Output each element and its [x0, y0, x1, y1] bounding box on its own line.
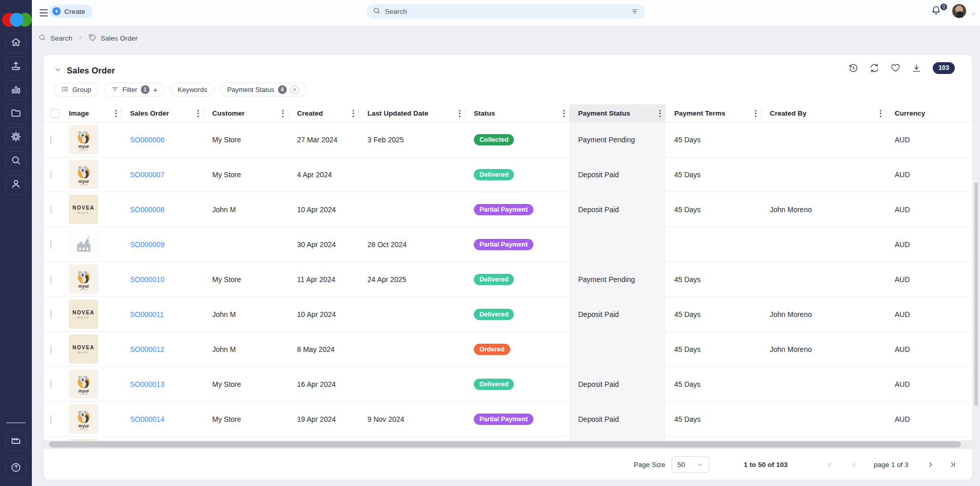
- row-checkbox[interactable]: [50, 275, 51, 284]
- sidebar-item-search[interactable]: [5, 151, 27, 172]
- table-row[interactable]: NOVEAWEAR: [44, 437, 972, 440]
- payment-terms-cell: 45 Days: [665, 380, 761, 388]
- column-header-sales-order[interactable]: Sales Order: [130, 109, 169, 117]
- customer-cell: John M: [204, 345, 288, 353]
- sales-order-link[interactable]: SO000010: [121, 275, 204, 284]
- previous-page-button[interactable]: [847, 458, 861, 471]
- group-chip[interactable]: Group: [54, 83, 98, 97]
- user-menu-chevron-icon[interactable]: [970, 10, 977, 19]
- favorite-button[interactable]: [889, 61, 902, 74]
- table-row[interactable]: NOVEAWEAR SO000011 John M 10 Apr 2024 De…: [44, 297, 972, 332]
- column-header-currency[interactable]: Currency: [895, 109, 925, 117]
- menu-toggle-icon[interactable]: [38, 7, 49, 18]
- row-checkbox[interactable]: [50, 345, 51, 353]
- table-row[interactable]: myur EST · 2023 SO000014 My Store 19 Apr…: [44, 402, 972, 437]
- filter-chip[interactable]: Filter 1 +: [104, 83, 165, 97]
- sales-order-link[interactable]: SO000007: [121, 171, 204, 179]
- select-all-checkbox[interactable]: [50, 109, 60, 118]
- sales-order-link[interactable]: SO000013: [121, 380, 204, 388]
- status-badge: Delivered: [474, 379, 514, 390]
- table-row[interactable]: SO000009 30 Apr 2024 28 Oct 2024 Partial…: [44, 227, 972, 262]
- payment-status-filter-chip[interactable]: Payment Status 4 ✕: [220, 83, 306, 97]
- horizontal-scrollbar-thumb[interactable]: [49, 441, 961, 447]
- column-menu-icon[interactable]: [113, 108, 121, 119]
- horizontal-scrollbar[interactable]: [44, 440, 972, 448]
- app-logo[interactable]: [0, 3, 32, 30]
- column-header-last-updated[interactable]: Last Updated Date: [367, 109, 429, 117]
- column-menu-icon[interactable]: [195, 108, 204, 119]
- column-header-customer[interactable]: Customer: [212, 109, 245, 117]
- column-menu-icon[interactable]: [878, 108, 886, 119]
- collapse-chevron-icon[interactable]: [54, 66, 62, 76]
- global-search-bar[interactable]: [366, 4, 645, 19]
- page-size-select[interactable]: 50: [672, 456, 709, 473]
- sidebar-item-manufacturing[interactable]: [5, 431, 27, 451]
- column-header-created[interactable]: Created: [297, 109, 323, 117]
- add-filter-icon[interactable]: +: [153, 86, 158, 94]
- row-checkbox[interactable]: [50, 415, 51, 423]
- table-row[interactable]: myur EST · 2023 SO000007 My Store 4 Apr …: [44, 157, 972, 192]
- table-row[interactable]: myur EST · 2023 SO000010 My Store 11 Apr…: [44, 262, 972, 297]
- column-header-image[interactable]: Image: [69, 109, 89, 117]
- history-icon: [848, 63, 859, 73]
- row-range-text: 1 to 50 of 103: [732, 461, 799, 469]
- sales-order-link[interactable]: SO000009: [121, 240, 204, 249]
- column-header-status[interactable]: Status: [474, 109, 495, 117]
- download-button[interactable]: [910, 61, 923, 74]
- sales-order-link[interactable]: SO000008: [121, 205, 204, 214]
- row-checkbox[interactable]: [50, 171, 51, 179]
- sales-order-link[interactable]: SO000006: [121, 136, 204, 144]
- column-header-payment-terms[interactable]: Payment Terms: [674, 109, 726, 117]
- folder-icon: [10, 107, 22, 121]
- notifications-button[interactable]: 0: [930, 5, 947, 21]
- refresh-button[interactable]: [867, 61, 881, 74]
- column-menu-icon[interactable]: [657, 108, 665, 119]
- column-menu-icon[interactable]: [280, 108, 288, 119]
- sales-order-link[interactable]: SO000014: [121, 415, 204, 423]
- breadcrumb-search[interactable]: Search: [38, 33, 72, 43]
- last-page-button[interactable]: [946, 458, 959, 471]
- payment-status-chip-label: Payment Status: [227, 86, 274, 94]
- column-menu-icon[interactable]: [561, 108, 569, 119]
- row-checkbox[interactable]: [50, 240, 51, 249]
- column-menu-icon[interactable]: [753, 108, 761, 119]
- breadcrumb-search-label: Search: [50, 34, 72, 42]
- column-menu-icon[interactable]: [350, 108, 359, 119]
- sidebar-item-documents[interactable]: [5, 104, 27, 124]
- sidebar-item-contacts[interactable]: [5, 175, 27, 195]
- breadcrumb-sales-order[interactable]: Sales Order: [88, 33, 138, 43]
- sidebar-item-reports[interactable]: [5, 80, 27, 101]
- status-badge: Delivered: [474, 169, 514, 180]
- table-row[interactable]: NOVEAWEAR SO000012 John M 8 May 2024 Ord…: [44, 332, 972, 367]
- payment-terms-cell: 45 Days: [665, 415, 761, 423]
- sales-order-link[interactable]: SO000012: [121, 345, 204, 353]
- next-page-button[interactable]: [923, 458, 937, 471]
- table-row[interactable]: NOVEAWEAR SO000008 John M 10 Apr 2024 Pa…: [44, 192, 972, 227]
- column-header-payment-status[interactable]: Payment Status: [578, 109, 630, 117]
- sidebar-item-settings[interactable]: [5, 127, 27, 148]
- sales-order-link[interactable]: SO000011: [121, 310, 204, 319]
- table-row[interactable]: myur EST · 2023 SO000006 My Store 27 Mar…: [44, 122, 972, 157]
- vertical-scrollbar-thumb[interactable]: [974, 182, 978, 406]
- row-checkbox[interactable]: [50, 205, 51, 214]
- history-button[interactable]: [846, 61, 860, 74]
- user-avatar[interactable]: [952, 4, 967, 18]
- sidebar-item-upload[interactable]: [5, 57, 27, 77]
- sidebar-item-help[interactable]: [5, 458, 27, 479]
- create-button[interactable]: + Create: [49, 5, 93, 18]
- first-page-button[interactable]: [823, 458, 836, 471]
- global-search-input[interactable]: [385, 8, 626, 15]
- created-by-cell: John Moreno: [761, 310, 886, 319]
- row-checkbox[interactable]: [50, 380, 51, 388]
- row-checkbox[interactable]: [50, 136, 51, 144]
- keywords-chip[interactable]: Keywords: [171, 83, 214, 97]
- row-checkbox[interactable]: [50, 310, 51, 319]
- column-menu-icon[interactable]: [457, 108, 465, 119]
- svg-text:myur: myur: [78, 144, 89, 149]
- table-row[interactable]: myur EST · 2023 SO000013 My Store 16 Apr…: [44, 367, 972, 402]
- column-header-created-by[interactable]: Created By: [770, 109, 806, 117]
- breadcrumb: Search Sales Order: [32, 26, 980, 50]
- sidebar-item-home[interactable]: [5, 33, 27, 53]
- search-filter-icon[interactable]: [631, 7, 639, 17]
- remove-filter-icon[interactable]: ✕: [290, 85, 299, 94]
